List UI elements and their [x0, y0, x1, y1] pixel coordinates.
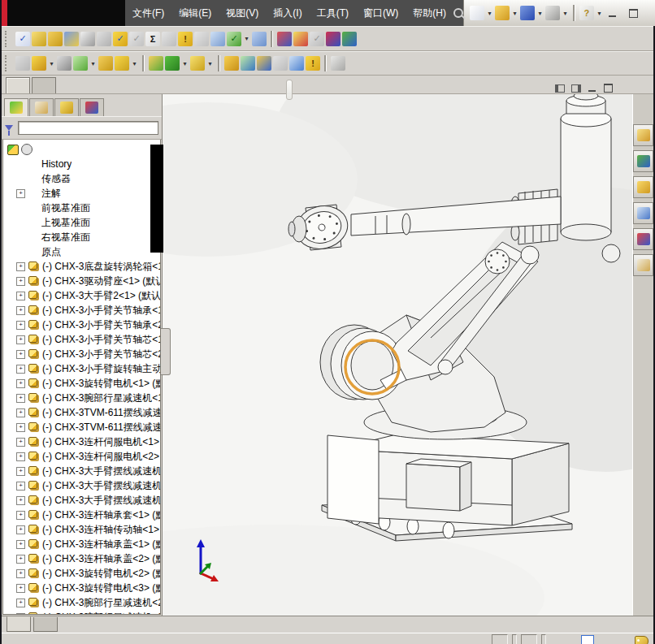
tag-icon[interactable]	[635, 636, 648, 644]
expand-box[interactable]: +	[16, 482, 25, 491]
tree-component[interactable]: + (-) CHX-3大手臂摆线减速机	[3, 493, 160, 508]
dropdown-caret[interactable]: ▾	[243, 32, 250, 46]
dropdown-caret[interactable]: ▾	[89, 56, 97, 71]
expand-box[interactable]: +	[16, 408, 25, 417]
expand-box[interactable]: +	[16, 350, 25, 359]
tree-item[interactable]: + 注解	[3, 186, 160, 201]
linear-component-pattern-icon[interactable]	[73, 56, 88, 71]
dropdown-caret[interactable]: ▾	[596, 6, 603, 20]
toolbar-grip[interactable]	[5, 31, 11, 47]
sustainability-icon[interactable]	[342, 32, 357, 46]
expand-box[interactable]: +	[16, 335, 25, 344]
tree-component[interactable]: + (-) CHX-3TVM-611摆线减速机	[3, 420, 160, 434]
check-entity-icon[interactable]	[64, 32, 79, 46]
deviation-analysis-disabled-icon[interactable]	[162, 32, 176, 46]
help-icon[interactable]: ?	[579, 6, 594, 20]
expand-box[interactable]: +	[16, 525, 25, 534]
minimize-button[interactable]	[605, 6, 621, 19]
tree-component[interactable]: + (-) CHX-3腕部行星减速机<2>	[3, 595, 160, 610]
tree-component[interactable]: + (-) CHX-3腕部行星减速机<1>	[3, 391, 160, 405]
menu-item[interactable]: 窗口(W)	[356, 0, 406, 26]
status-units[interactable]	[550, 635, 573, 644]
equations-icon[interactable]: Σ	[145, 32, 160, 46]
design-checker-disabled-icon[interactable]: ✓	[129, 32, 144, 46]
collapse-left-pane-button[interactable]	[553, 81, 566, 95]
menu-item[interactable]: 帮助(H)	[406, 0, 453, 26]
expand-box[interactable]: +	[16, 321, 25, 330]
show-hidden-components-icon[interactable]	[149, 56, 163, 71]
solidworks-resources-icon[interactable]	[633, 124, 653, 146]
insert-component-disabled-icon[interactable]	[15, 56, 30, 71]
take-snapshot-icon[interactable]	[331, 56, 345, 71]
custom-properties-icon[interactable]	[633, 254, 653, 276]
expand-box[interactable]: +	[16, 365, 25, 374]
render-glow-icon[interactable]	[293, 32, 308, 46]
tree-component[interactable]: + (-) CHX-3连杆伺服电机<2>	[3, 449, 160, 464]
tree-item[interactable]: + 前视基准面	[3, 201, 160, 215]
insert-component-icon[interactable]	[32, 56, 46, 71]
tree-component[interactable]: + (-) CHX-3大手臂2<1> (默认<	[3, 288, 160, 303]
expand-box[interactable]: +	[16, 496, 25, 505]
mate-icon[interactable]	[57, 56, 72, 71]
expand-box[interactable]: +	[16, 555, 25, 564]
appearances-scenes-icon[interactable]	[633, 228, 653, 250]
menu-item[interactable]: 工具(T)	[310, 0, 356, 26]
featuremanager-tab-icon[interactable]	[4, 98, 28, 116]
tree-component[interactable]: + (-) CHX-3小手臂关节轴芯<1>	[3, 332, 160, 347]
displaymanager-tab-icon[interactable]	[80, 98, 104, 116]
tree-component[interactable]: + (-) CHX-3驱动臂座<1> (默认	[3, 274, 160, 288]
graphics-viewport[interactable]	[163, 94, 632, 616]
expand-box[interactable]: +	[16, 423, 25, 432]
tree-component[interactable]: + (-) CHX-3腕部行星减速机<3>	[3, 610, 160, 615]
tree-item[interactable]: + 原点	[3, 244, 160, 259]
expand-box[interactable]: +	[16, 467, 25, 476]
tab-model[interactable]	[7, 616, 31, 632]
move-component-icon[interactable]	[115, 56, 129, 71]
preview-window-icon[interactable]	[277, 32, 292, 46]
configurationmanager-tab-icon[interactable]	[54, 98, 79, 116]
view-palette-icon[interactable]	[633, 202, 653, 224]
dropdown-caret[interactable]: ▾	[562, 6, 569, 20]
tree-component[interactable]: + (-) CHX-3旋转臂电机<3> (默	[3, 581, 160, 595]
toolbar-separator[interactable]	[218, 55, 220, 71]
expand-box[interactable]: +	[16, 277, 25, 286]
design-table-icon[interactable]	[252, 32, 267, 46]
expand-box[interactable]: +	[16, 599, 25, 607]
check-active-document-icon[interactable]: ✓	[227, 32, 241, 46]
tree-component[interactable]: + (-) CHX-3连杆伺服电机<1>	[3, 434, 160, 449]
expand-box[interactable]: +	[16, 584, 25, 593]
restore-button[interactable]	[626, 6, 642, 19]
dropdown-caret[interactable]: ▾	[181, 56, 189, 71]
tree-component[interactable]: + (-) CHX-3小手臂关节轴承<1>	[3, 303, 160, 318]
tab-assembly[interactable]	[6, 77, 30, 93]
exploded-view-icon[interactable]	[257, 56, 271, 71]
expand-box[interactable]: +	[16, 262, 25, 271]
dropdown-caret[interactable]: ▾	[486, 6, 493, 20]
toolbar-separator[interactable]	[324, 55, 327, 71]
expand-box[interactable]: +	[16, 540, 25, 549]
explode-line-sketch-disabled-icon[interactable]	[273, 56, 288, 71]
tree-item[interactable]: + 传感器	[3, 171, 160, 186]
save-icon[interactable]	[520, 6, 535, 20]
interference-detection-icon[interactable]	[289, 56, 304, 71]
expand-box[interactable]: +	[16, 613, 25, 616]
expand-box[interactable]: +	[16, 438, 25, 447]
dropdown-caret[interactable]: ▾	[511, 6, 518, 20]
spell-checker-icon[interactable]: ✓	[15, 32, 30, 46]
doc-close-button[interactable]	[618, 81, 631, 95]
tree-component[interactable]: + (-) CHX-3旋转臂电机<2> (默	[3, 566, 160, 581]
menu-item[interactable]: 插入(I)	[266, 0, 309, 26]
open-document-icon[interactable]	[495, 6, 510, 20]
solidworks-search-icon[interactable]	[453, 0, 463, 26]
tree-component[interactable]: + (-) CHX-3大手臂摆线减速机	[3, 478, 160, 493]
file-explorer-icon[interactable]	[633, 176, 653, 198]
tree-component[interactable]: + (-) CHX-3底盘旋转涡轮箱<1>	[3, 259, 160, 274]
tree-root-assembly[interactable]	[3, 142, 160, 157]
panel-splitter-flyout[interactable]	[161, 328, 171, 375]
doc-restore-button[interactable]	[601, 81, 615, 95]
tab-sketch[interactable]	[32, 77, 56, 93]
filter-icon[interactable]	[5, 125, 13, 131]
bill-of-materials-icon[interactable]	[241, 56, 255, 71]
tree-component[interactable]: + (-) CHX-3大手臂摆线减速机	[3, 464, 160, 478]
expand-box[interactable]: +	[16, 394, 25, 403]
